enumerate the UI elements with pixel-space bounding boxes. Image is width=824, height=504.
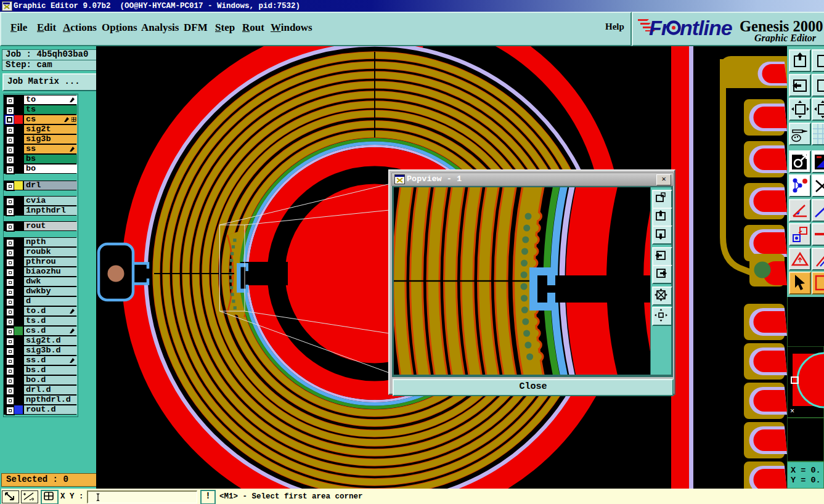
svg-text:Y = 0.: Y = 0.	[791, 476, 821, 485]
svg-text:Graphic Editor: Graphic Editor	[754, 33, 817, 43]
svg-text:ntline: ntline	[680, 16, 732, 39]
svg-text:X = 0.: X = 0.	[791, 466, 821, 475]
svg-text:×: ×	[790, 407, 794, 415]
svg-text:Genesis 2000: Genesis 2000	[740, 18, 823, 35]
